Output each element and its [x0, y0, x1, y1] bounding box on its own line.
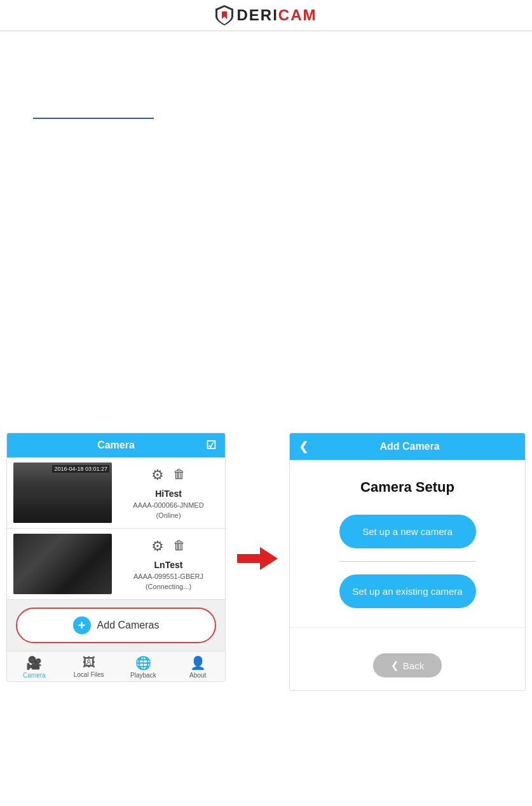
arrow-shape: [237, 547, 278, 570]
back-chevron-btn-icon: ❮: [391, 660, 399, 671]
main-content: Camera ☑ 2016-04-18 03:01:27 ⚙ 🗑 HiTest …: [0, 433, 532, 691]
add-cameras-label: Add Cameras: [97, 620, 160, 631]
camera-action-icons-lntest: ⚙ 🗑: [151, 538, 186, 555]
setup-new-camera-button[interactable]: Set up a new camera: [339, 515, 476, 548]
nav-item-local-files[interactable]: 🖼 Local Files: [62, 655, 116, 679]
right-phone-screen: ❮ Add Camera Camera Setup Set up a new c…: [289, 433, 526, 691]
camera-list-header: Camera ☑: [7, 433, 225, 457]
back-chevron-icon[interactable]: ❮: [299, 440, 308, 454]
camera-action-icons: ⚙ 🗑: [151, 467, 186, 483]
bottom-navigation: 🎥 Camera 🖼 Local Files 🌐 Playback 👤 Abou…: [7, 651, 225, 681]
setup-existing-camera-button[interactable]: Set up an existing camera: [339, 574, 476, 608]
nav-item-about[interactable]: 👤 About: [170, 655, 225, 679]
camera-timestamp: 2016-04-18 03:01:27: [52, 465, 109, 473]
trash-icon[interactable]: 🗑: [173, 467, 186, 483]
left-phone-screen: Camera ☑ 2016-04-18 03:01:27 ⚙ 🗑 HiTest …: [6, 433, 226, 682]
app-header: DERICAM: [0, 0, 532, 31]
add-cameras-button[interactable]: + Add Cameras: [16, 608, 216, 643]
checkmark-icon[interactable]: ☑: [206, 438, 216, 452]
camera-nav-icon: 🎥: [26, 655, 42, 671]
logo-text: DERICAM: [237, 6, 317, 24]
trash-icon-lntest[interactable]: 🗑: [173, 538, 186, 555]
camera-id: AAAA-000066-JNMED: [133, 501, 203, 509]
camera-list-title: Camera: [97, 440, 135, 451]
add-camera-header-title: Add Camera: [315, 441, 516, 452]
underline-decoration: [33, 118, 154, 119]
camera-thumbnail-hitest: 2016-04-18 03:01:27: [13, 462, 112, 523]
gear-icon[interactable]: ⚙: [151, 467, 164, 483]
nav-label-camera: Camera: [23, 672, 46, 679]
camera-info-hitest: ⚙ 🗑 HiTest AAAA-000066-JNMED (Online): [118, 467, 219, 519]
logo: DERICAM: [215, 5, 317, 25]
nav-item-playback[interactable]: 🌐 Playback: [116, 655, 171, 679]
about-nav-icon: 👤: [190, 655, 206, 671]
camera-setup-body: Camera Setup Set up a new camera Set up …: [290, 460, 525, 627]
playback-nav-icon: 🌐: [135, 655, 151, 671]
camera-setup-heading: Camera Setup: [360, 479, 454, 496]
camera-name: HiTest: [155, 489, 182, 499]
back-button[interactable]: ❮ Back: [373, 653, 442, 677]
gear-icon-lntest[interactable]: ⚙: [151, 538, 164, 555]
nav-label-about: About: [189, 672, 206, 679]
camera-item-lntest[interactable]: ⚙ 🗑 LnTest AAAA-099551-GBERJ (Connecting…: [7, 529, 225, 600]
camera-thumbnail-lntest: [13, 534, 112, 594]
back-button-container: ❮ Back: [290, 627, 525, 690]
arrow-shaft: [237, 554, 260, 563]
direction-arrow: [226, 433, 289, 570]
local-files-nav-icon: 🖼: [83, 655, 95, 670]
camera-info-lntest: ⚙ 🗑 LnTest AAAA-099551-GBERJ (Connecting…: [118, 538, 219, 590]
camera-id-lntest: AAAA-099551-GBERJ: [133, 573, 203, 580]
camera-list: 2016-04-18 03:01:27 ⚙ 🗑 HiTest AAAA-0000…: [7, 457, 225, 600]
setup-divider: [339, 561, 476, 562]
back-button-label: Back: [403, 660, 424, 671]
nav-label-local-files: Local Files: [74, 671, 104, 678]
camera-item-hitest[interactable]: 2016-04-18 03:01:27 ⚙ 🗑 HiTest AAAA-0000…: [7, 457, 225, 529]
add-camera-header: ❮ Add Camera: [290, 433, 525, 460]
camera-name-lntest: LnTest: [154, 560, 183, 570]
add-cameras-plus-icon: +: [73, 616, 91, 634]
camera-status-lntest: (Connecting...): [146, 583, 191, 590]
nav-item-camera[interactable]: 🎥 Camera: [7, 655, 62, 679]
arrow-head: [260, 547, 278, 570]
camera-status: (Online): [156, 511, 181, 519]
shield-icon: [215, 5, 233, 25]
nav-label-playback: Playback: [130, 672, 156, 679]
